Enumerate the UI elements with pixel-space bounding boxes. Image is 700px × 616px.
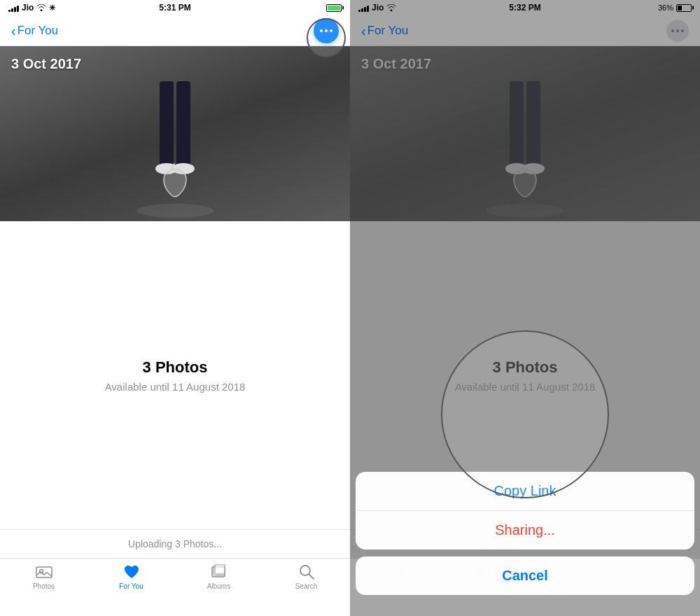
svg-point-0	[136, 204, 214, 218]
left-time: 5:31 PM	[159, 3, 190, 13]
left-info-area: 3 Photos Available until 11 August 2018	[0, 221, 350, 529]
action-sheet-overlay: Copy Link Sharing... Cancel	[350, 0, 700, 616]
signal-bars-icon	[8, 4, 19, 12]
left-status-left: Jio ✳	[8, 3, 55, 13]
left-photo-area: 3 Oct 2017	[0, 46, 350, 221]
left-tab-bar: Photos For You Albums	[0, 558, 350, 616]
svg-rect-1	[160, 81, 174, 165]
tab-photos-label-left: Photos	[33, 582, 55, 590]
left-nav-bar: ‹ For You	[0, 15, 350, 46]
albums-tab-icon	[210, 564, 228, 580]
wifi-icon	[36, 4, 46, 11]
left-photos-count: 3 Photos	[143, 358, 208, 377]
three-dots-icon	[320, 29, 332, 32]
for-you-tab-icon	[122, 564, 141, 580]
tab-for-you-label-left: For You	[119, 582, 143, 590]
right-phone-screen: Jio 5:32 PM 36% ‹ For You	[350, 0, 700, 616]
tab-for-you-left[interactable]: For You	[111, 564, 153, 590]
svg-rect-2	[176, 81, 190, 165]
tab-search-label-left: Search	[295, 582, 318, 590]
left-more-button[interactable]	[314, 18, 339, 43]
left-photo-date: 3 Oct 2017	[11, 56, 81, 72]
left-back-label: For You	[18, 24, 59, 38]
left-phone-screen: Jio ✳ 5:31 PM ‹ For You	[0, 0, 350, 616]
action-sheet: Copy Link Sharing...	[356, 472, 694, 550]
left-status-bar: Jio ✳ 5:31 PM	[0, 0, 350, 15]
search-tab-icon-left	[298, 564, 316, 580]
tab-photos-left[interactable]: Photos	[23, 564, 65, 590]
tab-albums-label-left: Albums	[207, 582, 230, 590]
left-available-until: Available until 11 August 2018	[105, 381, 246, 393]
photos-tab-icon	[35, 564, 53, 580]
brightness-icon: ✳	[49, 4, 55, 13]
chevron-left-icon: ‹	[11, 24, 16, 38]
svg-line-11	[309, 574, 314, 579]
carrier-label: Jio	[22, 3, 34, 13]
svg-rect-9	[215, 564, 225, 574]
battery-icon-left	[326, 4, 342, 12]
sharing-button[interactable]: Sharing...	[356, 511, 694, 550]
copy-link-button[interactable]: Copy Link	[356, 472, 694, 511]
legs-silhouette-icon	[133, 81, 217, 221]
svg-rect-5	[36, 567, 52, 578]
left-upload-status: Uploading 3 Photos...	[0, 529, 350, 558]
tab-search-left[interactable]: Search	[286, 564, 328, 590]
cancel-button[interactable]: Cancel	[356, 556, 694, 595]
left-status-right	[326, 4, 342, 12]
left-back-button[interactable]: ‹ For You	[11, 24, 58, 38]
tab-albums-left[interactable]: Albums	[198, 564, 240, 590]
